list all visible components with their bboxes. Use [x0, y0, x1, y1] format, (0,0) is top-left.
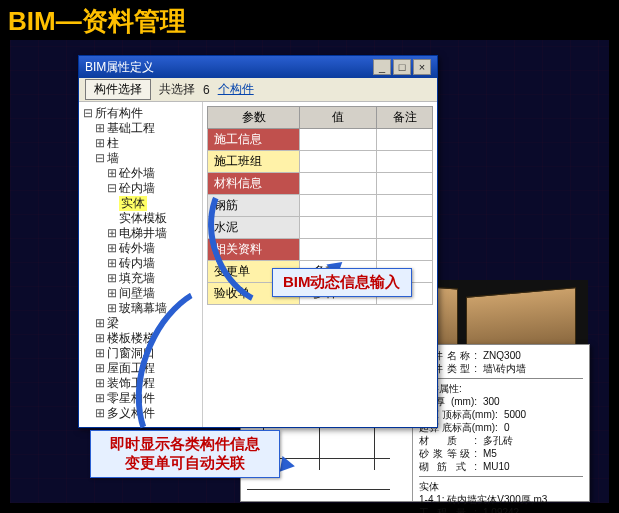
col-param[interactable]: 参数	[208, 107, 300, 129]
tree-node[interactable]: ⊞砼外墙	[83, 166, 198, 181]
tree-node[interactable]: ⊞填充墙	[83, 271, 198, 286]
tree-node[interactable]: ⊟墙	[83, 151, 198, 166]
remark-cell[interactable]	[377, 173, 433, 195]
remark-cell[interactable]	[377, 217, 433, 239]
tree-root[interactable]: ⊟所有构件	[83, 106, 198, 121]
close-button[interactable]: ×	[413, 59, 431, 75]
remark-cell[interactable]	[377, 239, 433, 261]
tree-node-selected[interactable]: 实体	[83, 196, 198, 211]
tree-node[interactable]: 实体模板	[83, 211, 198, 226]
remark-cell[interactable]	[377, 151, 433, 173]
col-value[interactable]: 值	[300, 107, 377, 129]
param-cell: 施工信息	[208, 129, 300, 151]
dialog-toolbar: 构件选择 共选择 6 个构件	[79, 78, 437, 102]
component-info-panel: 构件名称:ZNQ300 构件类型:墙\砖内墙 构件属性: 墙厚(mm):300 …	[413, 345, 589, 501]
callout-display-info: 即时显示各类构件信息 变更单可自动关联	[90, 430, 280, 478]
selection-count: 6	[203, 83, 210, 97]
table-row[interactable]: 施工信息	[208, 129, 433, 151]
remark-cell[interactable]	[377, 195, 433, 217]
tree-node[interactable]: ⊞砖外墙	[83, 241, 198, 256]
tree-node[interactable]: ⊞柱	[83, 136, 198, 151]
slide-title: BIM—资料管理	[0, 0, 619, 43]
dialog-title: BIM属性定义	[85, 59, 154, 76]
value-cell[interactable]	[300, 151, 377, 173]
tree-node[interactable]: ⊟砼内墙	[83, 181, 198, 196]
callout-line: 即时显示各类构件信息	[101, 435, 269, 454]
remark-cell[interactable]	[377, 129, 433, 151]
value-cell[interactable]	[300, 129, 377, 151]
tree-node[interactable]: ⊞基础工程	[83, 121, 198, 136]
callout-line: 变更单可自动关联	[101, 454, 269, 473]
total-label: 共选择	[159, 81, 195, 98]
maximize-button[interactable]: □	[393, 59, 411, 75]
slide-body: BIM属性定义 _ □ × 构件选择 共选择 6 个构件 ⊟所有构件 ⊞基础工程…	[10, 40, 609, 503]
callout-dynamic-input: BIM动态信息输入	[272, 268, 412, 297]
arrowhead-icon	[280, 456, 297, 474]
tree-node[interactable]: ⊞砖内墙	[83, 256, 198, 271]
col-remark[interactable]: 备注	[377, 107, 433, 129]
tree-node[interactable]: ⊞电梯井墙	[83, 226, 198, 241]
unit-link[interactable]: 个构件	[218, 81, 254, 98]
dialog-titlebar[interactable]: BIM属性定义 _ □ ×	[79, 56, 437, 78]
minimize-button[interactable]: _	[373, 59, 391, 75]
select-components-button[interactable]: 构件选择	[85, 79, 151, 100]
